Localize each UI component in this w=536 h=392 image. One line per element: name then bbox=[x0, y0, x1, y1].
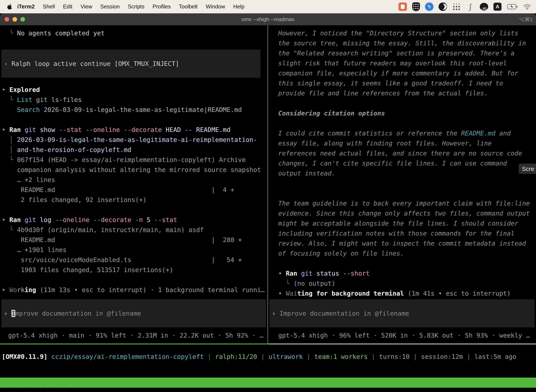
right-prompt-input[interactable]: › Improve documentation in @filename bbox=[269, 299, 535, 327]
text-segment: companion file, especially if more comme… bbox=[278, 70, 518, 77]
tmux-status-bar: [omx-cczip0:bash* "MacBook-Pro-44.local"… bbox=[0, 378, 536, 387]
a-key-icon[interactable]: A bbox=[493, 3, 502, 11]
terminal-line: slight risk that future readers may over… bbox=[278, 58, 536, 68]
terminal-line: 2 files changed, 92 insertions(+) bbox=[2, 195, 268, 205]
text-segment: I could cite commit statistics or refere… bbox=[278, 130, 461, 137]
text-segment: ing bbox=[25, 286, 36, 294]
window-shortcut-badge: ⌥⌘1 bbox=[519, 16, 533, 23]
text-segment: README.md | 280 + bbox=[2, 236, 242, 243]
terminal-line: Considering citation options bbox=[278, 108, 536, 118]
terminal-line: README.md | 4 + bbox=[2, 185, 268, 195]
terminal-line: • Working (11m 13s • esc to interrupt) ·… bbox=[2, 285, 268, 295]
apple-menu-icon[interactable] bbox=[7, 4, 12, 10]
terminal-line bbox=[2, 275, 268, 285]
text-cursor: I bbox=[11, 310, 15, 317]
text-segment: references need actual files, and since … bbox=[278, 150, 522, 157]
text-segment: - bbox=[135, 216, 139, 223]
badge-61-icon[interactable]: ..61 bbox=[480, 3, 488, 10]
menu-scripts[interactable]: Scripts bbox=[128, 4, 144, 10]
text-segment: companion analysis without altering the … bbox=[2, 166, 261, 173]
pane-divider[interactable] bbox=[268, 25, 268, 344]
menu-session[interactable]: Session bbox=[100, 4, 120, 10]
text-segment: Explored bbox=[9, 86, 40, 93]
menu-iterm2[interactable]: iTerm2 bbox=[17, 4, 35, 10]
moon-icon[interactable] bbox=[439, 2, 447, 11]
prompt-space bbox=[276, 310, 280, 317]
menu-view[interactable]: View bbox=[81, 4, 92, 10]
text-segment bbox=[2, 106, 17, 113]
right-pane-output: However, I noticed the "Directory Struct… bbox=[268, 25, 536, 299]
left-pane-output: └ No agents completed yet› Ralph loop ac… bbox=[0, 25, 268, 295]
left-agent-pane: └ No agents completed yet› Ralph loop ac… bbox=[0, 25, 268, 344]
chat-icon[interactable] bbox=[398, 2, 407, 11]
screen-tooltip: Scre bbox=[519, 164, 536, 174]
loop-status-box: › Ralph loop active continue [OMX_TMUX_I… bbox=[1, 50, 260, 78]
text-segment: log bbox=[36, 216, 55, 223]
text-segment: the source tree, missing the essay. Stil… bbox=[278, 40, 526, 47]
text-segment: No agents completed yet bbox=[17, 29, 105, 37]
screen: iTerm2ShellEditViewSessionScriptsProfile… bbox=[0, 0, 536, 392]
omx-session-status-bar: [OMX#0.11.9] cczip/essay/ai-reimplementa… bbox=[2, 352, 516, 362]
battery-charging-icon[interactable]: ϟ bbox=[507, 2, 518, 11]
text-segment: this single essay, it seems like a good … bbox=[278, 79, 503, 87]
text-segment: README.md bbox=[461, 130, 495, 137]
text-segment: decorate bbox=[131, 126, 162, 133]
menu-edit[interactable]: Edit bbox=[63, 4, 72, 10]
right-model-status-line: gpt-5.4 xhigh · 96% left · 520K in · 5.8… bbox=[278, 330, 530, 340]
apple-logo bbox=[7, 4, 12, 10]
text-segment: -- bbox=[343, 270, 351, 277]
input-text: Improve documentation in @filename bbox=[279, 310, 409, 317]
text-segment: team:1 workers bbox=[314, 353, 368, 360]
left-prompt-input[interactable]: › Improve documentation in @filename bbox=[1, 299, 266, 327]
terminal-line: • Explored bbox=[2, 85, 268, 95]
terminal-line: The team guideline is to back every impo… bbox=[278, 198, 536, 208]
menu-toolbelt[interactable]: Toolbelt bbox=[179, 4, 198, 10]
terminal-line: However, I noticed the "Directory Struct… bbox=[278, 28, 536, 38]
text-segment: -- bbox=[93, 216, 101, 223]
text-segment: session:12m bbox=[421, 353, 463, 360]
terminal-line: provide file and line references from th… bbox=[278, 88, 536, 98]
text-segment: List bbox=[17, 96, 32, 103]
menu-bar: iTerm2ShellEditViewSessionScriptsProfile… bbox=[0, 0, 536, 13]
terminal-line: output instead. bbox=[278, 168, 536, 178]
right-agent-pane: However, I noticed the "Directory Struct… bbox=[268, 25, 536, 344]
text-segment: | bbox=[204, 353, 215, 360]
text-segment: └ bbox=[2, 96, 17, 103]
menu-help[interactable]: Help bbox=[233, 4, 244, 10]
window-title: omx --xhigh --madmax bbox=[0, 16, 536, 22]
shield-grid-icon[interactable] bbox=[412, 2, 420, 11]
text-segment: -- bbox=[55, 216, 62, 223]
text-segment: -- bbox=[59, 126, 67, 133]
squiggle-icon[interactable]: ʃ bbox=[466, 2, 474, 11]
text-segment: oneline bbox=[93, 126, 120, 133]
prompt-space bbox=[8, 310, 12, 317]
text-segment bbox=[21, 126, 25, 133]
text-segment: | bbox=[410, 353, 421, 360]
text-segment: • bbox=[2, 216, 9, 223]
terminal-line: • Ran git log --oneline --decorate -n 5 … bbox=[2, 215, 268, 225]
text-segment: n bbox=[139, 216, 143, 223]
text-segment: • bbox=[278, 270, 286, 277]
menu-window[interactable]: Window bbox=[206, 4, 225, 10]
text-segment: │ bbox=[2, 146, 17, 153]
text-segment: ting for background terminal bbox=[297, 290, 404, 297]
text-segment: 5 bbox=[143, 216, 154, 223]
bolt-icon[interactable]: ϟ bbox=[425, 3, 433, 11]
text-segment: the "Related research writing" section i… bbox=[278, 50, 515, 57]
text-segment: review. Also, I might want to inspect th… bbox=[278, 240, 526, 247]
menu-status-icons: ϟʃ..61Aϟ bbox=[398, 2, 531, 11]
text-segment: cczip/essay/ai-reimplementation-copyleft bbox=[51, 353, 204, 360]
text-segment: ultrawork bbox=[268, 353, 303, 360]
terminal-line: companion analysis without altering the … bbox=[2, 165, 268, 175]
tmux-session-name: [omx-cczip0:bash* bbox=[1, 387, 66, 392]
terminal-line: │ and-the-erosion-of-copyleft.md bbox=[2, 145, 268, 155]
text-segment bbox=[48, 353, 51, 360]
dots-grid-icon[interactable] bbox=[452, 2, 461, 11]
text-segment: provide file and line references from th… bbox=[278, 89, 488, 97]
terminal-line: I could cite commit statistics or refere… bbox=[278, 128, 536, 138]
wifi-icon[interactable] bbox=[523, 2, 531, 11]
text-segment: -- bbox=[154, 216, 162, 223]
menu-profiles[interactable]: Profiles bbox=[153, 4, 171, 10]
text-segment: including verification notes with those … bbox=[278, 230, 515, 237]
menu-shell[interactable]: Shell bbox=[43, 4, 55, 10]
